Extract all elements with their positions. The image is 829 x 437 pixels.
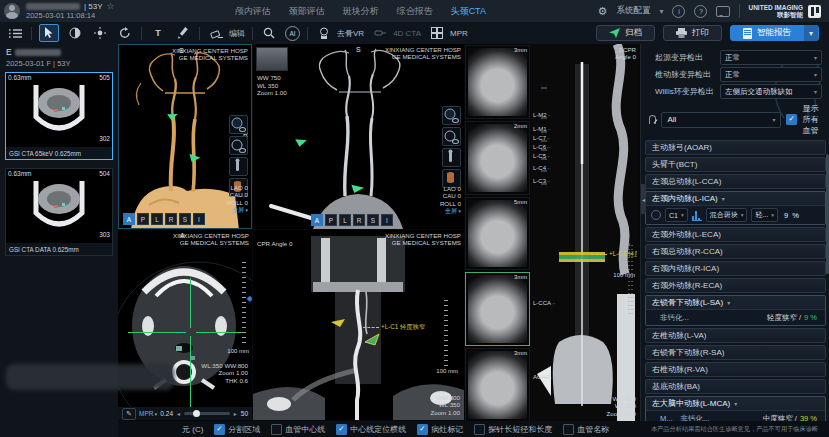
stenosis-summary-row[interactable]: 非钙化... 轻度狭窄 / 9 % [646,309,825,325]
cursor-tool[interactable] [39,24,59,42]
help-icon[interactable]: ? [694,5,707,18]
vessel-row[interactable]: 右颈内动脉(R-ICA) [645,261,826,276]
stenosis-annotation[interactable]: +L-C1 轻度狭窄 [591,250,637,259]
mpr-label[interactable]: MPR [450,29,468,38]
mpr-mode-label[interactable]: MPR [139,410,157,417]
edit-pencil-icon[interactable] [122,408,136,420]
vessel-row-header[interactable]: 左大脑中动脉(L-MCA) ▾ [646,397,825,410]
segment-label[interactable]: L-C6 [533,144,550,150]
vessel-row[interactable]: 左颈外动脉(L-ECA) [645,227,826,242]
vessel-cross-section[interactable]: 5mm [465,197,530,271]
segment-label[interactable]: L-C5 [533,153,550,159]
vessel-row[interactable]: 右颈外动脉(R-ECA) [645,278,826,293]
vr-head-icon[interactable] [315,25,333,41]
slice-slider-handle[interactable] [247,294,252,303]
vessel-row-header[interactable]: 右椎动脉(R-VA) [646,363,825,376]
workflow-tab[interactable]: 综合报告 [397,5,433,18]
orientation-button[interactable]: A [311,214,323,226]
variant-select[interactable]: 左侧后交通动脉缺如▾ [720,84,822,99]
system-config-label[interactable]: 系统配置 [616,5,650,17]
stenosis-annotation[interactable]: +L-C1 轻度狭窄 [363,323,425,332]
measure-pencil-icon[interactable] [174,25,192,41]
mip-head-preset[interactable] [229,136,248,155]
orientation-button[interactable]: P [325,214,337,226]
edit-label[interactable]: 编辑 [229,28,245,39]
vessel-row[interactable]: 左颈内动脉(L-ICA) ▾ C1▾ 混合斑块▾ 轻...▾ 9 % [645,191,826,225]
orientation-button[interactable]: R [165,213,177,225]
vessel-row-header[interactable]: 主动脉弓(AOAR) [646,141,825,154]
body-preset[interactable] [442,148,461,167]
segment-label[interactable]: L-C4 [533,165,550,171]
orientation-button[interactable]: A [123,213,135,225]
orientation-button[interactable]: S [367,214,379,226]
smart-report-button[interactable]: 智能报告 [730,25,819,41]
vessel-row[interactable]: 左锁骨下动脉(L-SA) ▾ 非钙化... 轻度狭窄 / 9 % [645,295,826,326]
favorite-star-icon[interactable] [107,2,115,11]
show-all-label[interactable]: 显示所有血管 [802,103,824,136]
straightened-cpr-panel[interactable]: SCPRAngle 0 L-M2L-M1L-C7L-C6L-C5L-C4L-C3… [531,44,639,421]
fullscreen-toggle[interactable]: 全屏 [232,206,248,215]
workflow-tab[interactable]: 头颈CTA [451,5,486,18]
vessel-cross-section[interactable]: 2mm [465,121,530,195]
viewport-mip[interactable]: WW 750WL 350Zoom 1.00 XINXIANG CENTER HO… [253,44,464,229]
viewport-axial[interactable]: XINXIANG CENTER HOSPGE MEDICAL SYSTEMS A… [118,230,252,420]
crosshair-vertical[interactable] [190,278,191,328]
orientation-button[interactable]: I [381,214,393,226]
vessel-row-header[interactable]: 右颈内动脉(R-ICA) [646,262,825,275]
vessel-row-header[interactable]: 基底动脉(BA) [646,380,825,393]
crosshair-vertical[interactable] [190,336,191,416]
cta-4d-icon[interactable] [371,25,389,41]
gauge-icon[interactable] [649,115,656,124]
display-checkbox[interactable]: 分割区域 [214,424,260,435]
cta-4d-label[interactable]: 4D CTA [393,29,421,38]
vessel-row[interactable]: 主动脉弓(AOAR) [645,140,826,155]
orientation-button[interactable]: I [193,213,205,225]
fullscreen-toggle[interactable]: 全屏 [445,207,461,216]
panel-collapse-handle[interactable] [641,184,646,214]
vr-head-preset[interactable] [229,115,248,134]
report-dropdown-caret[interactable] [804,25,818,41]
segment-label[interactable]: L-M2 [533,112,551,118]
variant-select[interactable]: 正常▾ [720,50,822,65]
slider-left-arrow[interactable] [176,410,181,417]
orientation-button[interactable]: P [137,213,149,225]
info-icon[interactable]: i [672,5,685,18]
variant-select[interactable]: 正常▾ [720,67,822,82]
display-checkbox[interactable]: 中心线定位横线 [336,424,406,435]
vessel-row-header[interactable]: 头臂干(BCT) [646,158,825,171]
series-list-icon[interactable] [6,25,24,41]
vessel-cross-section[interactable]: 3mm [465,348,530,422]
vessel-row[interactable]: 基底动脉(BA) [645,379,826,394]
axial-image[interactable] [118,230,252,420]
workflow-tab[interactable]: 斑块分析 [343,5,379,18]
plaque-type-select[interactable]: 混合斑块▾ [706,208,748,222]
viewport-vr[interactable]: XINXIANG CENTER HOSPGE MEDICAL SYSTEMS S… [118,44,252,229]
debone-vr-label[interactable]: 去骨VR [337,28,364,39]
vessel-filter-select[interactable]: All▾ [661,112,781,128]
series-thumbnail[interactable]: 0.63mm 505 302 GSI CTA 65keV 0.625mm [5,72,113,160]
vr-head-preset[interactable] [442,106,461,125]
orientation-button[interactable]: R [353,214,365,226]
vessel-row-header[interactable]: 左颈外动脉(L-ECA) [646,228,825,241]
display-checkbox[interactable]: 病灶标记 [417,424,463,435]
probe-toggle-icon[interactable] [651,210,661,220]
stenosis-grade-select[interactable]: 轻...▾ [751,208,778,222]
chevron-down-icon[interactable] [659,6,663,16]
segment-label[interactable]: AOAR [533,374,554,380]
display-checkbox[interactable]: 血管名称 [563,424,609,435]
mpr-layout-icon[interactable] [428,25,446,41]
segment-select[interactable]: C1▾ [665,208,688,222]
gear-icon[interactable] [598,5,608,18]
body-preset[interactable] [229,157,248,176]
mip-image[interactable] [253,44,464,229]
crosshair-horizontal[interactable] [128,332,186,333]
reset-icon[interactable] [116,25,134,41]
segment-label[interactable]: L-CCA [533,300,555,306]
print-button[interactable]: 打印 [663,25,722,41]
archive-button[interactable]: 归档 [596,25,655,41]
brightness-icon[interactable] [91,25,109,41]
cpr-image[interactable] [253,230,464,420]
vessel-row[interactable]: 左大脑中动脉(L-MCA) ▾ M... 非钙化... 中度狭窄 / 39 % [645,396,826,421]
feedback-icon[interactable] [716,6,730,17]
vessel-row[interactable]: 左椎动脉(L-VA) [645,328,826,343]
